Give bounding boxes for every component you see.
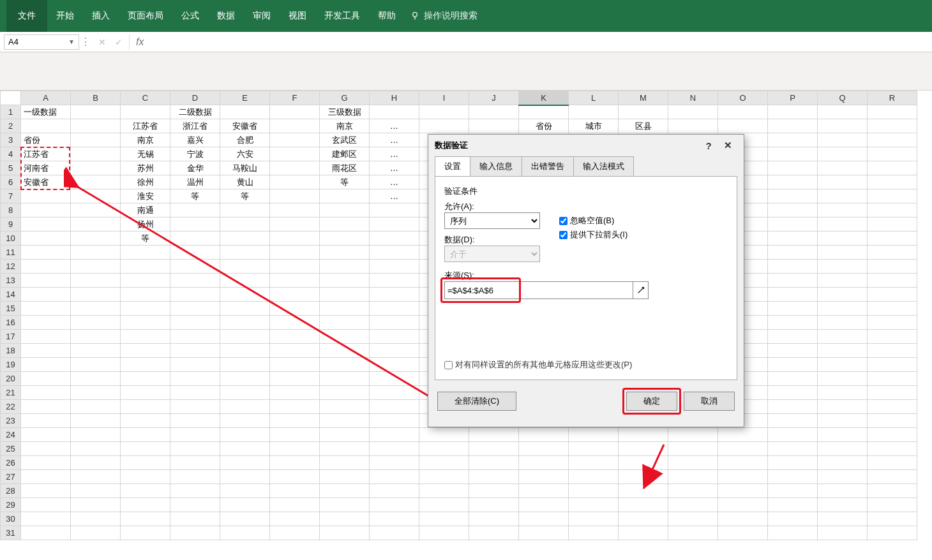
cell-G18[interactable] [320, 344, 370, 358]
cell-A18[interactable] [21, 344, 71, 358]
ribbon-tab-dev[interactable]: 开发工具 [315, 0, 369, 32]
cell-C19[interactable] [121, 358, 170, 372]
cell-P12[interactable] [768, 260, 818, 274]
cell-J31[interactable] [469, 526, 519, 540]
cell-B14[interactable] [71, 288, 121, 302]
cell-G24[interactable] [320, 428, 370, 442]
enter-icon[interactable]: ✓ [115, 37, 123, 47]
tell-me[interactable]: 操作说明搜索 [410, 10, 477, 22]
ribbon-tab-help[interactable]: 帮助 [369, 0, 405, 32]
cell-H9[interactable] [370, 217, 419, 232]
cell-R31[interactable] [868, 526, 917, 540]
cell-H6[interactable]: … [370, 175, 419, 189]
cell-A23[interactable] [21, 414, 71, 428]
cell-H26[interactable] [370, 456, 419, 470]
cell-P19[interactable] [768, 358, 818, 372]
cell-B10[interactable] [71, 232, 121, 246]
cell-E18[interactable] [220, 344, 270, 358]
cell-B27[interactable] [71, 470, 121, 484]
cell-A30[interactable] [21, 512, 71, 526]
cell-C1[interactable] [121, 105, 170, 119]
cell-J2[interactable] [469, 119, 519, 133]
cell-P25[interactable] [768, 442, 818, 456]
cell-D5[interactable]: 金华 [170, 161, 220, 175]
cell-G11[interactable] [320, 246, 370, 260]
cell-A21[interactable] [21, 386, 71, 400]
cell-D12[interactable] [170, 260, 220, 274]
col-header-P[interactable]: P [768, 91, 818, 105]
col-header-R[interactable]: R [868, 91, 917, 105]
cell-A6[interactable]: 安徽省 [21, 175, 71, 189]
cell-B13[interactable] [71, 274, 121, 288]
cell-E8[interactable] [220, 203, 270, 217]
cell-I25[interactable] [419, 442, 469, 456]
cell-H20[interactable] [370, 372, 419, 386]
cell-C4[interactable]: 无锡 [121, 147, 170, 161]
cell-E20[interactable] [220, 372, 270, 386]
cell-A1[interactable]: 一级数据 [21, 105, 71, 119]
row-header-31[interactable]: 31 [1, 526, 21, 540]
row-header-23[interactable]: 23 [1, 414, 21, 428]
cell-P6[interactable] [768, 175, 818, 189]
cell-E12[interactable] [220, 260, 270, 274]
cell-Q27[interactable] [818, 470, 868, 484]
cell-G1[interactable]: 三级数据 [320, 105, 370, 119]
cell-B5[interactable] [71, 161, 121, 175]
cell-H25[interactable] [370, 442, 419, 456]
cell-O26[interactable] [718, 456, 768, 470]
cell-B29[interactable] [71, 498, 121, 512]
cell-D13[interactable] [170, 274, 220, 288]
formula-input[interactable] [150, 34, 932, 50]
help-button[interactable]: ? [699, 140, 718, 151]
cell-F22[interactable] [270, 400, 320, 414]
cell-B26[interactable] [71, 456, 121, 470]
close-button[interactable]: ✕ [718, 140, 737, 151]
cell-D21[interactable] [170, 386, 220, 400]
fx-icon[interactable]: fx [130, 36, 150, 48]
cell-P4[interactable] [768, 147, 818, 161]
cell-L26[interactable] [569, 456, 619, 470]
cell-B15[interactable] [71, 302, 121, 316]
cell-C3[interactable]: 南京 [121, 133, 170, 147]
cell-J30[interactable] [469, 512, 519, 526]
cell-R19[interactable] [868, 358, 917, 372]
cell-C10[interactable]: 等 [121, 232, 170, 246]
row-header-20[interactable]: 20 [1, 372, 21, 386]
cell-C30[interactable] [121, 512, 170, 526]
cell-L31[interactable] [569, 526, 619, 540]
cell-P15[interactable] [768, 302, 818, 316]
cell-M31[interactable] [619, 526, 668, 540]
cell-G15[interactable] [320, 302, 370, 316]
cell-F14[interactable] [270, 288, 320, 302]
cancel-button[interactable]: 取消 [684, 392, 735, 411]
cell-D15[interactable] [170, 302, 220, 316]
cell-H22[interactable] [370, 400, 419, 414]
cell-M2[interactable]: 区县 [619, 119, 668, 133]
cell-J29[interactable] [469, 498, 519, 512]
cell-E13[interactable] [220, 274, 270, 288]
cell-H14[interactable] [370, 288, 419, 302]
cell-D4[interactable]: 宁波 [170, 147, 220, 161]
cell-D19[interactable] [170, 358, 220, 372]
ribbon-tab-layout[interactable]: 页面布局 [119, 0, 172, 32]
clear-all-button[interactable]: 全部清除(C) [437, 392, 516, 411]
cell-R9[interactable] [868, 217, 917, 232]
cell-B11[interactable] [71, 246, 121, 260]
cell-I2[interactable] [419, 119, 469, 133]
row-header-10[interactable]: 10 [1, 232, 21, 246]
cell-G20[interactable] [320, 372, 370, 386]
cell-A22[interactable] [21, 400, 71, 414]
cell-F13[interactable] [270, 274, 320, 288]
cell-F28[interactable] [270, 484, 320, 498]
cell-J28[interactable] [469, 484, 519, 498]
cell-L29[interactable] [569, 498, 619, 512]
row-header-3[interactable]: 3 [1, 133, 21, 147]
cell-R15[interactable] [868, 302, 917, 316]
col-header-Q[interactable]: Q [818, 91, 868, 105]
cell-O25[interactable] [718, 442, 768, 456]
cell-N1[interactable] [668, 105, 718, 119]
cell-D22[interactable] [170, 400, 220, 414]
cell-Q26[interactable] [818, 456, 868, 470]
cell-H12[interactable] [370, 260, 419, 274]
cell-M26[interactable] [619, 456, 668, 470]
